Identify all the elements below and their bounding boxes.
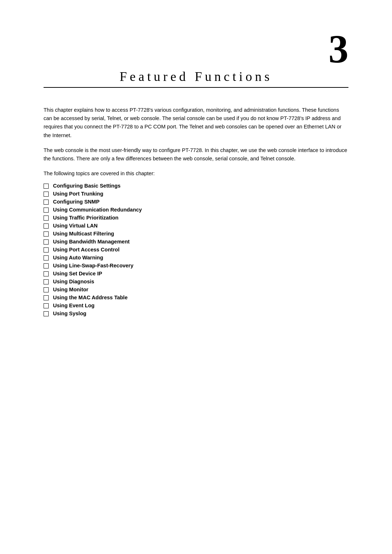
topic-label: Using Traffic Prioritization	[53, 215, 118, 221]
title-divider	[44, 87, 348, 88]
topic-label: Using Port Access Control	[53, 247, 119, 253]
list-item: Configuring Basic Settings	[44, 183, 348, 189]
list-item: Using Traffic Prioritization	[44, 215, 348, 221]
topic-label: Using the MAC Address Table	[53, 295, 127, 300]
list-item: Using Auto Warning	[44, 255, 348, 260]
checkbox-icon	[44, 311, 49, 316]
list-item: Using Event Log	[44, 303, 348, 308]
checkbox-icon	[44, 184, 49, 189]
topic-label: Using Event Log	[53, 303, 94, 308]
list-item: Using the MAC Address Table	[44, 295, 348, 300]
intro-paragraph-2: The web console is the most user-friendl…	[44, 146, 348, 163]
checkbox-icon	[44, 295, 49, 300]
checkbox-icon	[44, 263, 49, 268]
topic-label: Using Bandwidth Management	[53, 239, 130, 245]
checkbox-icon	[44, 287, 49, 292]
list-item: Using Set Device IP	[44, 271, 348, 276]
topic-label: Using Auto Warning	[53, 255, 103, 260]
topics-intro: The following topics are covered in this…	[44, 169, 348, 178]
checkbox-icon	[44, 279, 49, 284]
checkbox-icon	[44, 223, 49, 229]
checkbox-icon	[44, 200, 49, 205]
topic-label: Using Monitor	[53, 287, 88, 292]
checkbox-icon	[44, 255, 49, 260]
intro-paragraph-1: This chapter explains how to access PT-7…	[44, 106, 348, 140]
chapter-number: 3	[44, 29, 348, 69]
list-item: Using Diagnosis	[44, 279, 348, 284]
topic-label: Using Communication Redundancy	[53, 207, 142, 213]
list-item: Configuring SNMP	[44, 199, 348, 205]
list-item: Using Port Trunking	[44, 191, 348, 197]
topic-label: Using Syslog	[53, 311, 86, 316]
page-container: 3 Featured Functions This chapter explai…	[0, 0, 392, 554]
topic-label: Using Multicast Filtering	[53, 231, 114, 237]
list-item: Using Line-Swap-Fast-Recovery	[44, 263, 348, 268]
topic-label: Using Virtual LAN	[53, 223, 98, 229]
topics-list: Configuring Basic SettingsUsing Port Tru…	[44, 183, 348, 316]
checkbox-icon	[44, 271, 49, 276]
topic-label: Configuring Basic Settings	[53, 183, 121, 189]
topic-label: Using Port Trunking	[53, 191, 103, 197]
checkbox-icon	[44, 247, 49, 253]
topic-label: Using Line-Swap-Fast-Recovery	[53, 263, 134, 268]
checkbox-icon	[44, 303, 49, 308]
chapter-title: Featured Functions	[44, 69, 348, 84]
checkbox-icon	[44, 239, 49, 245]
list-item: Using Port Access Control	[44, 247, 348, 253]
checkbox-icon	[44, 208, 49, 213]
checkbox-icon	[44, 216, 49, 221]
list-item: Using Communication Redundancy	[44, 207, 348, 213]
list-item: Using Syslog	[44, 311, 348, 316]
topic-label: Using Set Device IP	[53, 271, 102, 276]
topic-label: Configuring SNMP	[53, 199, 99, 205]
list-item: Using Monitor	[44, 287, 348, 292]
list-item: Using Bandwidth Management	[44, 239, 348, 245]
list-item: Using Virtual LAN	[44, 223, 348, 229]
checkbox-icon	[44, 231, 49, 237]
topic-label: Using Diagnosis	[53, 279, 94, 284]
checkbox-icon	[44, 192, 49, 197]
list-item: Using Multicast Filtering	[44, 231, 348, 237]
